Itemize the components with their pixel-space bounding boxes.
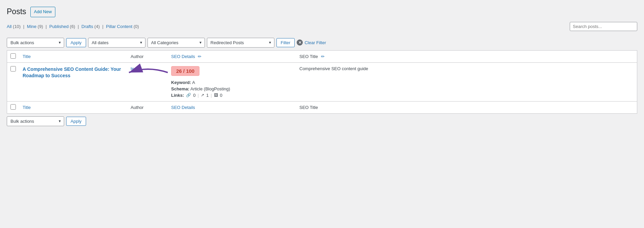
external-links-count: 1 xyxy=(206,93,209,98)
published-count: (6) xyxy=(69,24,75,29)
dates-filter-wrap: All dates ▾ xyxy=(88,38,145,48)
row-checkbox[interactable] xyxy=(10,66,16,72)
schema-row: Schema: Article (BlogPosting) xyxy=(171,86,293,91)
clear-filter-button[interactable]: ✕ Clear Filter xyxy=(297,38,326,47)
footer-title-column-header[interactable]: Title xyxy=(23,105,31,110)
footer-author-column-header: Author xyxy=(131,105,143,110)
bottom-toolbar: Bulk actions ▾ Apply xyxy=(7,114,637,129)
bottom-bulk-actions-wrap: Bulk actions ▾ xyxy=(7,116,64,126)
link-icon: 🔗 xyxy=(186,93,191,97)
image-link-icon: 🖼 xyxy=(214,93,218,97)
bulk-actions-wrap: Bulk actions Edit Move to Trash ▾ xyxy=(7,38,64,48)
page-title: Posts xyxy=(7,7,26,17)
add-new-button[interactable]: Add New xyxy=(30,7,56,17)
seo-title-edit-icon[interactable]: ✏ xyxy=(321,54,325,59)
select-all-checkbox[interactable] xyxy=(10,53,16,59)
dates-select[interactable]: All dates xyxy=(88,38,145,48)
filter-links-bar: All (10) | Mine (9) | Published (6) | Dr… xyxy=(7,22,637,31)
search-input[interactable] xyxy=(570,22,637,31)
keyword-row: Keyword: A xyxy=(171,80,293,85)
image-links-count: 0 xyxy=(220,93,222,98)
pillar-count: (0) xyxy=(132,24,139,29)
footer-seo-details-column-header: SEO Details xyxy=(171,105,195,110)
filter-button[interactable]: Filter xyxy=(276,38,295,47)
links-row: Links: 🔗 0 | ↗ 1 | 🖼 0 xyxy=(171,93,293,98)
seo-score-badge: 26 / 100 xyxy=(171,66,199,76)
toolbar: Bulk actions Edit Move to Trash ▾ Apply … xyxy=(7,35,637,50)
clear-x-icon: ✕ xyxy=(297,39,303,46)
external-link-icon: ↗ xyxy=(201,93,204,97)
filter-link-drafts[interactable]: Drafts xyxy=(81,24,93,29)
mine-count: (9) xyxy=(36,24,43,29)
drafts-count: (4) xyxy=(93,24,100,29)
redirected-posts-select[interactable]: Redirected Posts xyxy=(207,38,274,48)
seo-title-column-header: SEO Title xyxy=(299,54,318,59)
seo-details-list: Keyword: A Schema: Article (BlogPosting)… xyxy=(171,80,293,98)
bottom-apply-button[interactable]: Apply xyxy=(66,117,86,126)
apply-button[interactable]: Apply xyxy=(66,38,86,47)
posts-table: Title Author SEO Details ✏ SEO Title ✏ xyxy=(7,50,637,114)
select-all-footer-checkbox[interactable] xyxy=(10,104,16,110)
filter-link-mine[interactable]: Mine xyxy=(27,24,36,29)
seo-details-edit-icon[interactable]: ✏ xyxy=(198,54,202,59)
redirected-posts-filter-wrap: Redirected Posts ▾ xyxy=(207,38,274,48)
categories-filter-wrap: All Categories ▾ xyxy=(147,38,205,48)
filter-link-published[interactable]: Published xyxy=(49,24,69,29)
title-column-header[interactable]: Title xyxy=(23,54,31,59)
all-count: (10) xyxy=(11,24,21,29)
author-column-header: Author xyxy=(131,54,143,59)
author-link[interactable]: test xyxy=(131,66,138,71)
categories-select[interactable]: All Categories xyxy=(147,38,205,48)
seo-title-value: Comprehensive SEO content guide xyxy=(299,66,368,71)
bottom-bulk-actions-select[interactable]: Bulk actions xyxy=(7,116,64,126)
table-row: A Comprehensive SEO Content Guide: Your … xyxy=(7,62,637,101)
bulk-actions-select[interactable]: Bulk actions Edit Move to Trash xyxy=(7,38,64,48)
seo-details-column-header: SEO Details xyxy=(171,54,195,59)
filter-link-pillar[interactable]: Pillar Content xyxy=(106,24,132,29)
post-title-link[interactable]: A Comprehensive SEO Content Guide: Your … xyxy=(23,66,121,79)
internal-links-count: 0 xyxy=(193,93,195,98)
footer-seo-title-column-header: SEO Title xyxy=(299,105,318,110)
filter-link-all[interactable]: All xyxy=(7,24,11,29)
clear-filter-label: Clear Filter xyxy=(304,40,326,45)
